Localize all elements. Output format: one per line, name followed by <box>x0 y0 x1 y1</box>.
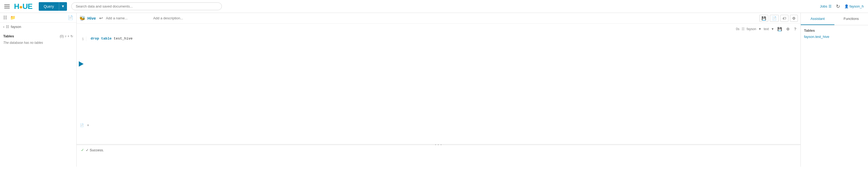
download-icon[interactable]: 💾 <box>776 26 783 32</box>
query-button[interactable]: Query <box>39 2 59 11</box>
jobs-link[interactable]: Jobs ☰ <box>820 4 831 8</box>
snippet-dropdown-icon[interactable]: ▼ <box>87 124 90 127</box>
sidebar-db-icon[interactable]: ☷ <box>3 15 7 20</box>
hive-bee-icon: 🐝 <box>79 15 85 21</box>
help-icon[interactable]: ? <box>793 26 797 32</box>
status-format-dropdown-icon[interactable]: ▼ <box>771 27 774 31</box>
query-name-input[interactable] <box>106 16 151 20</box>
sidebar-file-icon[interactable]: 📁 <box>10 15 16 20</box>
db-name: fayson <box>11 25 21 29</box>
filter-icon[interactable]: ▿ <box>65 34 66 38</box>
query-btn-group: Query ▼ <box>39 2 67 11</box>
code-identifier: test_hive <box>114 36 132 40</box>
user-menu[interactable]: 👤 fayson_h <box>844 4 864 8</box>
tab-assistant[interactable]: Assistant <box>801 13 834 25</box>
save-button[interactable]: 💾 <box>760 15 768 22</box>
right-tables-label: Tables <box>804 29 865 32</box>
success-message: ✓ ✓ Success. <box>81 148 796 152</box>
refresh-table-icon[interactable]: ↻ <box>70 34 73 38</box>
no-tables-message: The database has no tables <box>0 40 76 46</box>
query-desc-input[interactable] <box>153 16 757 20</box>
run-button[interactable] <box>79 61 84 67</box>
history-icon[interactable]: ↻ <box>836 3 840 9</box>
check-icon: ✓ <box>81 148 84 152</box>
tag-button[interactable]: 🏷 <box>780 15 788 22</box>
hamburger-menu[interactable] <box>4 5 10 8</box>
tab-functions[interactable]: Functions <box>834 13 868 25</box>
kw-drop: drop <box>91 36 101 40</box>
settings-button[interactable]: ⚙ <box>790 15 798 22</box>
status-db-dropdown-icon[interactable]: ▼ <box>758 27 762 31</box>
editor-undo-icon[interactable]: ↩ <box>98 14 104 22</box>
db-icon: ☷ <box>6 25 9 29</box>
query-dropdown-button[interactable]: ▼ <box>59 2 67 11</box>
back-arrow-icon: ‹ <box>3 25 4 29</box>
sidebar-folder-icon[interactable]: 📄 <box>68 15 73 20</box>
status-time: 0s <box>736 27 740 31</box>
user-icon: 👤 <box>844 4 849 8</box>
add-table-icon[interactable]: + <box>67 34 69 38</box>
search-input[interactable] <box>71 2 222 10</box>
new-doc-button[interactable]: 📄 <box>770 15 779 22</box>
right-table-item[interactable]: fayson.test_hive <box>804 35 865 39</box>
sidebar-db-back[interactable]: ‹ ☷ fayson <box>3 25 73 29</box>
tables-label: Tables <box>3 34 14 38</box>
status-format[interactable]: text <box>764 27 769 31</box>
status-db-name[interactable]: fayson <box>747 27 756 31</box>
logo: H●UE <box>14 2 32 11</box>
snippet-icon[interactable]: 📄 <box>79 122 85 128</box>
hive-label: Hive <box>87 16 96 21</box>
kw-table: table <box>101 36 114 40</box>
line-number-1: 1 <box>76 37 84 41</box>
tables-meta: (0) ▿ + ↻ <box>60 34 73 38</box>
status-db-icon: ☷ <box>742 27 745 31</box>
code-settings-icon[interactable]: ⚙ <box>785 26 791 32</box>
jobs-icon: ☰ <box>829 4 832 8</box>
